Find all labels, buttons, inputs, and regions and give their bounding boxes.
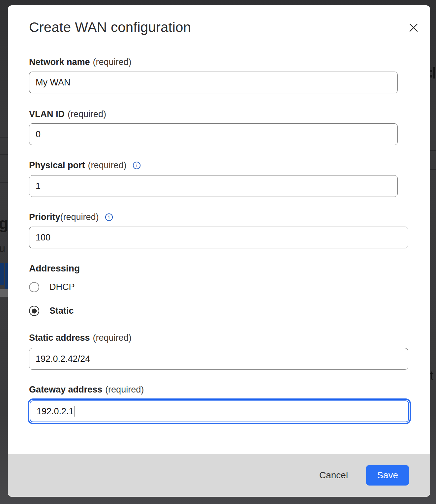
addressing-option-static[interactable]: Static	[29, 306, 430, 316]
info-icon[interactable]: i	[133, 161, 141, 170]
background-text-fragment: u	[0, 242, 5, 255]
static-address-input[interactable]	[29, 348, 408, 370]
priority-input[interactable]	[29, 227, 408, 248]
network-name-label: Network name (required)	[29, 57, 430, 67]
close-button[interactable]	[408, 22, 420, 34]
info-icon[interactable]: i	[105, 213, 113, 221]
physical-port-label: Physical port (required) i	[29, 160, 430, 171]
background-row-fragment	[0, 289, 8, 297]
background-table-line	[430, 169, 436, 170]
background-table-line	[0, 137, 8, 138]
gateway-address-input[interactable]: 192.0.2.1	[30, 400, 409, 422]
vlan-id-label: VLAN ID (required)	[29, 109, 430, 119]
network-name-input[interactable]	[29, 72, 398, 93]
dialog-footer: Cancel Save	[8, 454, 430, 497]
gateway-address-value: 192.0.2.1	[37, 406, 74, 417]
background-left-strip: g u	[0, 0, 8, 504]
static-address-label: Static address (required)	[29, 332, 430, 343]
vlan-id-input[interactable]	[29, 123, 398, 145]
addressing-option-dhcp[interactable]: DHCP	[29, 282, 430, 292]
physical-port-input[interactable]	[29, 175, 398, 197]
background-text-fragment: t	[430, 369, 433, 383]
background-button-fragment	[0, 263, 4, 285]
background-text-fragment: g	[0, 214, 8, 233]
priority-label: Priority (required) i	[29, 212, 430, 222]
save-button[interactable]: Save	[366, 465, 409, 486]
background-table-line	[0, 182, 8, 183]
background-table-line	[0, 154, 8, 155]
background-glyph-fragment	[433, 67, 435, 79]
svg-text:i: i	[108, 214, 110, 220]
dhcp-radio-button[interactable]	[29, 282, 39, 292]
svg-text:i: i	[136, 163, 138, 169]
create-wan-configuration-dialog: Create WAN configuration Network name (r…	[8, 5, 430, 497]
dialog-title: Create WAN configuration	[29, 19, 430, 36]
text-cursor	[75, 406, 75, 417]
close-icon	[409, 23, 418, 32]
cancel-button[interactable]: Cancel	[317, 467, 350, 484]
dhcp-radio-label: DHCP	[49, 282, 75, 292]
static-radio-label: Static	[49, 306, 74, 316]
gateway-address-label: Gateway address (required)	[29, 384, 430, 395]
background-table-line	[430, 150, 436, 151]
background-button-fragment	[5, 263, 8, 289]
background-glyph-fragment	[430, 75, 432, 78]
addressing-heading: Addressing	[29, 263, 430, 274]
static-radio-button[interactable]	[29, 306, 39, 316]
background-glyph-fragment	[430, 70, 432, 72]
